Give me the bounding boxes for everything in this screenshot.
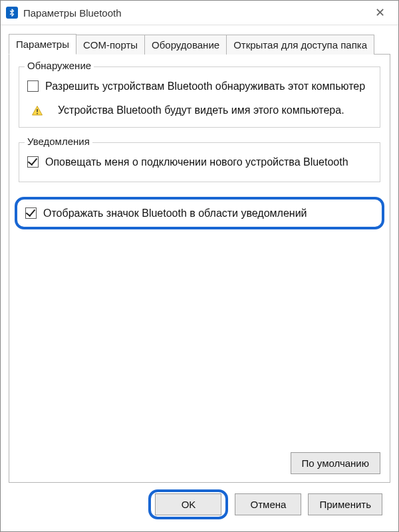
checkbox-show-tray-icon[interactable]: [25, 207, 37, 219]
bluetooth-icon: [6, 7, 18, 19]
tab-hardware[interactable]: Оборудование: [144, 35, 227, 55]
defaults-row: По умолчанию: [19, 452, 380, 474]
window-title: Параметры Bluetooth: [23, 7, 366, 19]
tab-com-ports[interactable]: COM-порты: [76, 35, 145, 55]
defaults-button[interactable]: По умолчанию: [291, 452, 380, 474]
bluetooth-settings-window: Параметры Bluetooth ✕ Параметры COM-порт…: [0, 0, 399, 532]
checkbox-notify-connect[interactable]: [27, 156, 39, 168]
row-show-tray-icon[interactable]: Отображать значок Bluetooth в области ув…: [25, 206, 374, 221]
group-discovery: Обнаружение Разрешить устройствам Blueto…: [19, 66, 380, 128]
highlight-ok: OK: [148, 489, 228, 519]
checkbox-allow-discovery[interactable]: [27, 80, 39, 92]
group-notifications-title: Уведомления: [25, 136, 92, 147]
close-icon[interactable]: ✕: [366, 7, 393, 19]
group-notifications: Уведомления Оповещать меня о подключении…: [19, 142, 380, 182]
warning-icon: [31, 105, 43, 117]
apply-button[interactable]: Применить: [308, 493, 382, 515]
svg-rect-0: [37, 109, 38, 112]
cancel-button[interactable]: Отмена: [235, 493, 301, 515]
discovery-info-text: Устройства Bluetooth будут видеть имя эт…: [58, 103, 372, 118]
tab-shared-folder[interactable]: Открытая для доступа папка: [226, 35, 374, 55]
label-show-tray-icon: Отображать значок Bluetooth в области ув…: [43, 206, 374, 221]
panel-spacer: [19, 235, 380, 452]
row-allow-discovery[interactable]: Разрешить устройствам Bluetooth обнаружи…: [27, 79, 372, 94]
row-notify-connect[interactable]: Оповещать меня о подключении нового устр…: [27, 155, 372, 170]
label-allow-discovery: Разрешить устройствам Bluetooth обнаружи…: [45, 79, 372, 94]
group-discovery-title: Обнаружение: [25, 60, 94, 71]
tab-strip: Параметры COM-порты Оборудование Открыта…: [9, 33, 390, 54]
tab-options[interactable]: Параметры: [9, 34, 76, 55]
highlight-show-tray: Отображать значок Bluetooth в области ув…: [15, 197, 384, 230]
tab-panel-options: Обнаружение Разрешить устройствам Blueto…: [9, 54, 390, 483]
client-area: Параметры COM-порты Оборудование Открыта…: [1, 25, 398, 531]
discovery-info-row: Устройства Bluetooth будут видеть имя эт…: [27, 103, 372, 118]
svg-rect-1: [37, 113, 38, 114]
titlebar: Параметры Bluetooth ✕: [1, 1, 398, 25]
label-notify-connect: Оповещать меня о подключении нового устр…: [45, 155, 372, 170]
dialog-footer: OK Отмена Применить: [9, 483, 390, 526]
ok-button[interactable]: OK: [155, 493, 221, 515]
